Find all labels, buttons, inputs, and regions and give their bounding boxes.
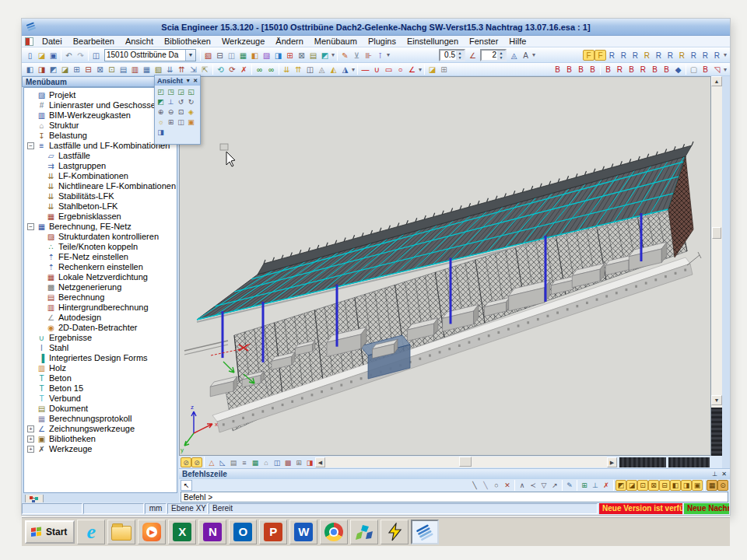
new-version-badge[interactable]: Neue Version ist verfügbar bbox=[599, 503, 682, 514]
chain-2-icon[interactable]: ∞ bbox=[265, 64, 277, 75]
result-8-icon[interactable]: R bbox=[688, 50, 700, 61]
tree-item-ergebnisse[interactable]: ∪Ergebnisse bbox=[26, 333, 177, 343]
viewport-horizontal-scrollbar[interactable] bbox=[325, 457, 607, 467]
document-icon[interactable]: ◩ bbox=[319, 50, 331, 61]
new-message-badge[interactable]: Neue Nachricht bbox=[684, 503, 729, 514]
beam-6-icon[interactable]: R bbox=[614, 64, 626, 75]
vertical-scroll-thumb[interactable] bbox=[712, 227, 721, 239]
menu-item-bibliotheken[interactable]: Bibliotheken bbox=[159, 37, 216, 46]
rotate-cw-icon[interactable]: ⟳ bbox=[226, 64, 238, 75]
start-button[interactable]: Start bbox=[25, 520, 75, 544]
zoom-all-icon[interactable]: ◈ bbox=[186, 107, 196, 117]
tree-item-ergebnisklassen[interactable]: ▦Ergebnisklassen bbox=[26, 212, 177, 222]
word-icon[interactable]: W bbox=[289, 520, 317, 544]
command-input[interactable]: Befehl > bbox=[181, 492, 728, 502]
result-5-icon[interactable]: R bbox=[653, 50, 665, 61]
vertex-tool-icon[interactable]: ∧ bbox=[517, 480, 528, 491]
toolbar-overflow-chevron-icon[interactable]: ▾ bbox=[532, 51, 535, 58]
move-tool-icon[interactable]: ↗ bbox=[549, 480, 560, 491]
draw-rect-icon[interactable]: ▭ bbox=[383, 64, 395, 75]
tree-item-teile-knoten-koppeln[interactable]: ∴Teile/Knoten koppeln bbox=[26, 242, 177, 252]
new-window-icon[interactable]: ◫ bbox=[90, 50, 102, 61]
beam-12-icon[interactable]: ◹ bbox=[711, 64, 723, 75]
tree-item-berechnung-fe-netz[interactable]: −▦Berechnung, FE-Netz bbox=[26, 222, 177, 232]
tree-item-autodesign[interactable]: ∠Autodesign bbox=[26, 313, 177, 323]
snap-point-icon[interactable]: ▣ bbox=[692, 480, 703, 491]
tree-expander-icon[interactable]: + bbox=[27, 425, 34, 432]
chrome-icon[interactable] bbox=[320, 520, 348, 544]
snap-intersection-icon[interactable]: ⊠ bbox=[648, 480, 659, 491]
beam-9-icon[interactable]: B bbox=[649, 64, 661, 75]
lightning-icon[interactable] bbox=[381, 520, 409, 544]
draw-line-icon[interactable]: — bbox=[359, 64, 371, 75]
tree-item-fe-netz-einstellen[interactable]: ⇡FE-Netz einstellen bbox=[26, 252, 177, 262]
beam-2-icon[interactable]: B bbox=[563, 64, 575, 75]
media-player-icon[interactable]: ▶ bbox=[138, 520, 166, 544]
result-1-icon[interactable]: R bbox=[606, 50, 618, 61]
tree-item-stahlbeton-lfk[interactable]: ⇊Stahlbeton-LFK bbox=[26, 201, 177, 212]
view-top-icon[interactable]: ◲ bbox=[176, 86, 186, 96]
chain-1-icon[interactable]: ∞ bbox=[254, 64, 265, 75]
polyline-tool-icon[interactable]: ╲ bbox=[480, 480, 491, 491]
snap-off-icon[interactable]: ✗ bbox=[601, 480, 612, 491]
scroll-down-icon[interactable]: ▼ bbox=[711, 395, 722, 405]
scroll-right-icon[interactable]: ▶ bbox=[607, 457, 617, 467]
outlook-icon[interactable]: O bbox=[229, 520, 257, 544]
model-viewport[interactable]: xyz bbox=[179, 76, 711, 456]
paste-add-icon[interactable]: ◪ bbox=[59, 64, 71, 75]
storey-icon[interactable]: ⌂ bbox=[261, 457, 272, 467]
shading-icon[interactable]: ◩ bbox=[156, 96, 166, 107]
snap-midpoint-icon[interactable]: ◪ bbox=[626, 480, 637, 491]
ucs-icon[interactable]: ⊥ bbox=[166, 96, 176, 107]
beam-4-icon[interactable]: B bbox=[587, 64, 598, 75]
table-edit-icon[interactable]: ⊞ bbox=[71, 64, 82, 75]
toolbar-overflow-chevron-icon[interactable]: ▾ bbox=[724, 66, 727, 73]
tree-item-werkzeuge[interactable]: +✗Werkzeuge bbox=[26, 444, 177, 454]
tree-item-bibliotheken[interactable]: +▣Bibliotheken bbox=[26, 434, 177, 444]
menu-item-hilfe[interactable]: Hilfe bbox=[503, 37, 531, 46]
frame-box-icon[interactable]: ▢ bbox=[688, 64, 700, 75]
excel-icon[interactable]: X bbox=[168, 520, 196, 544]
beam-1-icon[interactable]: B bbox=[552, 64, 563, 75]
clipboard-icon[interactable]: ⊪ bbox=[363, 50, 374, 61]
draw-angle-icon[interactable]: ∠ bbox=[406, 64, 418, 75]
menu-item-datei[interactable]: Datei bbox=[37, 37, 68, 46]
snap-endpoint-icon[interactable]: ◩ bbox=[615, 480, 626, 491]
circle-tool-icon[interactable]: ○ bbox=[491, 480, 502, 491]
tree-item-strukturdaten-kontrollieren[interactable]: ▨Strukturdaten kontrollieren bbox=[26, 232, 177, 242]
redo-icon[interactable]: ↷ bbox=[75, 50, 86, 61]
clipping-box-icon[interactable]: ▣ bbox=[186, 117, 196, 127]
tree-item-stahl[interactable]: IStahl bbox=[26, 343, 177, 353]
tree-item-lastgruppen[interactable]: ⇉Lastgruppen bbox=[26, 161, 177, 171]
spinner-arrows-icon[interactable]: ▲▼ bbox=[497, 51, 505, 60]
palette-close-icon[interactable]: ✕ bbox=[193, 78, 198, 84]
copy-view-icon[interactable]: ◫ bbox=[176, 117, 186, 127]
snap-edge-icon[interactable]: ◧ bbox=[670, 480, 681, 491]
file-explorer-icon[interactable] bbox=[107, 520, 135, 544]
menu-item-plugins[interactable]: Plugins bbox=[363, 37, 402, 46]
render-icon[interactable]: ▩ bbox=[282, 457, 293, 467]
pin-view-icon[interactable]: ⊺ bbox=[374, 50, 386, 61]
frame-icon[interactable]: ◫ bbox=[304, 64, 316, 75]
bring-front-icon[interactable]: ⇱ bbox=[199, 64, 211, 75]
open-folder-icon[interactable]: ◪ bbox=[36, 50, 47, 61]
tree-item-rechenkern-einstellen[interactable]: ⇡Rechenkern einstellen bbox=[26, 262, 177, 272]
panel-close-icon[interactable]: ✕ bbox=[721, 471, 727, 478]
snap-perpendicular-icon[interactable]: ⊟ bbox=[659, 480, 670, 491]
beam-5-icon[interactable]: B bbox=[602, 64, 614, 75]
result-9-icon[interactable]: R bbox=[700, 50, 711, 61]
photo-icon[interactable]: ▧ bbox=[202, 50, 214, 61]
zoom-out-icon[interactable]: ⊖ bbox=[166, 107, 176, 117]
layer-4-icon[interactable]: ▧ bbox=[153, 64, 164, 75]
select-off-icon[interactable]: ⊡ bbox=[106, 64, 117, 75]
pin-icon[interactable]: ⊥ bbox=[712, 471, 717, 478]
toolbar-overflow-chevron-icon[interactable]: ▾ bbox=[724, 51, 727, 58]
line-tool-icon[interactable]: ╲ bbox=[469, 480, 480, 491]
beam-8-icon[interactable]: R bbox=[637, 64, 649, 75]
title-bar[interactable]: Scia Engineer 15.3.120 - [15010 Osttribü… bbox=[22, 19, 730, 36]
edit-tool-icon[interactable]: ✎ bbox=[564, 480, 575, 491]
menu-item-bearbeiten[interactable]: Bearbeiten bbox=[68, 37, 120, 46]
document-app-icon[interactable] bbox=[25, 37, 33, 46]
table-results-icon[interactable]: ⊟ bbox=[82, 64, 94, 75]
layer-1-icon[interactable]: ▤ bbox=[117, 64, 129, 75]
